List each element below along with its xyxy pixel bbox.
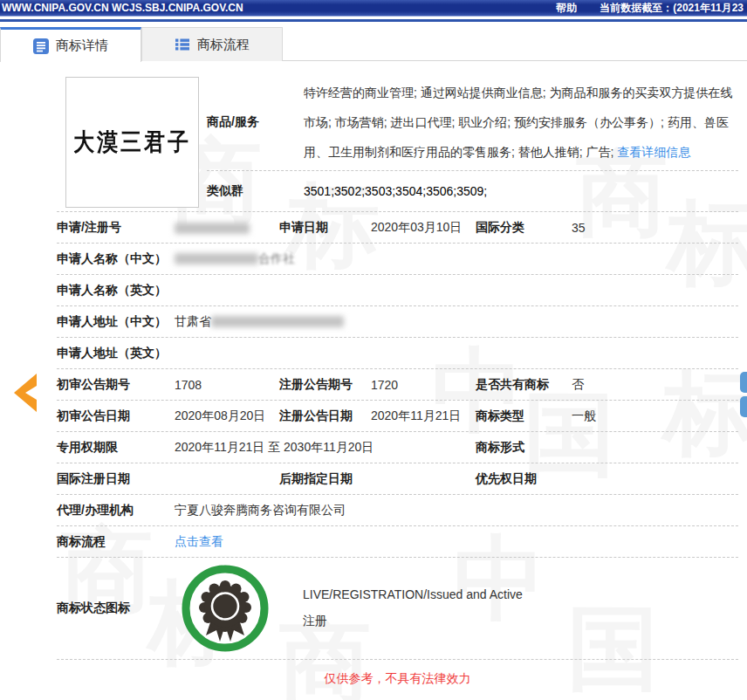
redacted-value — [175, 223, 250, 234]
similar-group-value: 3501;3502;3503;3504;3506;3509; — [304, 184, 487, 198]
trademark-type-value: 一般 — [572, 408, 738, 424]
table-row-applicant-name-cn: 申请人名称（中文） 合作社 — [57, 244, 738, 275]
first-pub-issue-label: 初审公告期号 — [57, 377, 175, 393]
application-number-label: 申请/注册号 — [57, 220, 175, 236]
trademark-status-texts: LIVE/REGISTRATION/Issued and Active 注册 — [303, 587, 523, 629]
goods-services-label: 商品/服务 — [207, 74, 304, 170]
left-arrow-icon[interactable] — [11, 373, 38, 416]
applicant-address-cn-value: 甘肃省 — [175, 314, 738, 330]
shared-trademark-value: 否 — [572, 377, 738, 393]
trademark-summary-right: 商品/服务 特许经营的商业管理; 通过网站提供商业信息; 为商品和服务的买卖双方… — [207, 74, 738, 211]
table-row-trademark-status: 商标状态图标 — [57, 558, 738, 660]
intl-class-value: 35 — [572, 221, 738, 235]
trademark-flow-label: 商标流程 — [57, 534, 175, 550]
application-number-value — [175, 221, 279, 235]
agency-label: 代理/办理机构 — [57, 503, 175, 518]
tab-trademark-flow[interactable]: 商标流程 — [141, 27, 283, 61]
later-designation-label: 后期指定日期 — [279, 471, 371, 487]
reg-pub-issue-label: 注册公告期号 — [279, 377, 371, 393]
table-row-trademark-flow: 商标流程 点击查看 — [57, 526, 738, 558]
trademark-flow-value: 点击查看 — [175, 534, 738, 550]
topbar-right: 帮助 当前数据截至：(2021年11月23 — [556, 1, 744, 16]
similar-group-label: 类似群 — [207, 183, 304, 199]
reg-pub-date-value: 2020年11月21日 — [371, 408, 476, 424]
tab-label: 商标详情 — [56, 38, 108, 54]
trademark-detail-page: 商 标 商 标 中 国 商 标 中 国 商 标 WWW.CNIPA.GOV.CN… — [0, 0, 747, 700]
trademark-status-label: 商标状态图标 — [57, 600, 175, 616]
click-to-view-link[interactable]: 点击查看 — [175, 534, 223, 548]
trademark-image: 大漠三君子 — [65, 77, 199, 208]
view-details-link[interactable]: 查看详细信息 — [617, 145, 690, 159]
award-badge-icon — [181, 564, 270, 653]
table-row-publication-dates: 初审公告日期 2020年08月20日 注册公告日期 2020年11月21日 商标… — [57, 401, 738, 432]
legal-disclaimer: 仅供参考，不具有法律效力 — [57, 660, 738, 698]
redacted-value — [175, 253, 258, 264]
table-row-applicant-name-en: 申请人名称（英文） — [57, 275, 738, 306]
list-icon — [175, 37, 190, 52]
goods-services-value: 特许经营的商业管理; 通过网站提供商业信息; 为商品和服务的买卖双方提供在线市场… — [304, 74, 738, 170]
trademark-image-text: 大漠三君子 — [73, 127, 191, 159]
tab-bar: 商标详情 商标流程 — [0, 27, 747, 61]
tab-trademark-detail[interactable]: 商标详情 — [0, 27, 141, 62]
help-link[interactable]: 帮助 — [556, 1, 577, 16]
redacted-value — [211, 316, 344, 327]
similar-group-row: 类似群 3501;3502;3503;3504;3506;3509; — [207, 171, 738, 211]
table-row-intl-registration: 国际注册日期 后期指定日期 优先权日期 — [57, 463, 738, 495]
application-date-value: 2020年03月10日 — [371, 220, 476, 236]
table-row-applicant-address-en: 申请人地址（英文） — [57, 338, 738, 369]
trademark-detail-table: 大漠三君子 商品/服务 特许经营的商业管理; 通过网站提供商业信息; 为商品和服… — [57, 74, 738, 698]
top-header-bar: WWW.CNIPA.GOV.CN WCJS.SBJ.CNIPA.GOV.CN 帮… — [0, 0, 747, 17]
tab-label: 商标流程 — [197, 37, 250, 53]
table-row-applicant-address-cn: 申请人地址（中文） 甘肃省 — [57, 306, 738, 338]
table-row-agency: 代理/办理机构 宁夏八骏奔腾商务咨询有限公司 — [57, 495, 738, 526]
reg-pub-date-label: 注册公告日期 — [279, 408, 371, 424]
first-pub-date-label: 初审公告日期 — [57, 408, 175, 424]
applicant-address-en-label: 申请人地址（英文） — [57, 346, 175, 361]
table-row-publication-issues: 初审公告期号 1708 注册公告期号 1720 是否共有商标 否 — [57, 369, 738, 401]
applicant-name-cn-label: 申请人名称（中文） — [57, 251, 175, 267]
table-row-application-number: 申请/注册号 申请日期 2020年03月10日 国际分类 35 — [57, 212, 738, 244]
first-pub-issue-value: 1708 — [175, 378, 279, 392]
right-scroll-indicator-down[interactable] — [740, 396, 747, 417]
trademark-summary-block: 大漠三君子 商品/服务 特许经营的商业管理; 通过网站提供商业信息; 为商品和服… — [57, 74, 738, 212]
exclusive-period-value: 2020年11月21日 至 2030年11月20日 — [175, 440, 476, 456]
applicant-name-visible-suffix: 合作社 — [258, 251, 295, 265]
applicant-address-cn-label: 申请人地址（中文） — [57, 314, 175, 330]
priority-date-label: 优先权日期 — [476, 471, 572, 487]
agency-value: 宁夏八骏奔腾商务咨询有限公司 — [175, 503, 738, 518]
trademark-form-label: 商标形式 — [476, 440, 572, 456]
status-cn-text: 注册 — [303, 614, 523, 629]
document-icon — [33, 38, 49, 54]
header-divider — [0, 19, 747, 22]
data-cutoff-text: 当前数据截至：(2021年11月23 — [600, 1, 744, 16]
intl-reg-date-label: 国际注册日期 — [57, 471, 175, 487]
right-scroll-indicator-up[interactable] — [740, 372, 747, 393]
applicant-name-cn-value: 合作社 — [175, 251, 738, 267]
site-urls: WWW.CNIPA.GOV.CN WCJS.SBJ.CNIPA.GOV.CN — [2, 2, 243, 14]
first-pub-date-value: 2020年08月20日 — [175, 408, 279, 424]
status-en-text: LIVE/REGISTRATION/Issued and Active — [303, 587, 523, 601]
reg-pub-issue-value: 1720 — [371, 378, 476, 392]
intl-class-label: 国际分类 — [476, 220, 572, 236]
address-visible-prefix: 甘肃省 — [175, 314, 211, 328]
trademark-type-label: 商标类型 — [476, 408, 572, 424]
application-date-label: 申请日期 — [279, 220, 371, 236]
table-row-exclusive-period: 专用权期限 2020年11月21日 至 2030年11月20日 商标形式 — [57, 432, 738, 463]
applicant-name-en-label: 申请人名称（英文） — [57, 283, 175, 299]
goods-services-row: 商品/服务 特许经营的商业管理; 通过网站提供商业信息; 为商品和服务的买卖双方… — [207, 74, 738, 171]
exclusive-period-label: 专用权期限 — [57, 440, 175, 456]
shared-trademark-label: 是否共有商标 — [476, 377, 572, 393]
